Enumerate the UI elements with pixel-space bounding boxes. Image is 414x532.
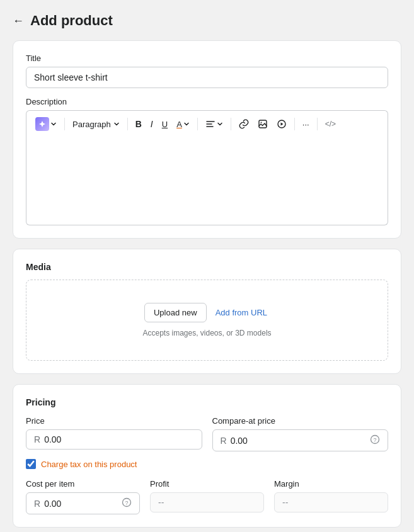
price-col: Price R [26, 416, 202, 451]
code-button[interactable]: </> [321, 117, 340, 131]
compare-at-price-col: Compare-at price R ? [212, 416, 389, 451]
video-button[interactable] [273, 116, 290, 132]
ai-icon [35, 117, 49, 131]
link-icon [239, 119, 249, 129]
align-chevron-icon [217, 121, 223, 127]
font-color-icon: A [176, 120, 182, 129]
price-input-wrap: R [26, 429, 202, 450]
toolbar-divider-5 [294, 118, 295, 130]
cost-currency: R [34, 499, 40, 509]
product-details-card: Title Description Paragraph B [13, 40, 401, 239]
cost-per-item-col: Cost per item R ? [26, 479, 140, 514]
ai-chevron-icon [50, 121, 57, 127]
compare-price-input-wrap: R ? [212, 429, 389, 451]
paragraph-label: Paragraph [72, 120, 111, 129]
page-title: Add product [30, 13, 113, 29]
link-button[interactable] [235, 116, 253, 132]
toolbar-divider-3 [197, 118, 198, 130]
svg-text:?: ? [125, 500, 128, 506]
cost-help-icon: ? [122, 497, 132, 509]
code-icon: </> [325, 120, 336, 128]
price-compare-row: Price R Compare-at price R ? [26, 416, 388, 451]
more-icon: ··· [302, 120, 309, 129]
bold-icon: B [135, 119, 142, 129]
italic-icon: I [151, 119, 153, 129]
paragraph-chevron-icon [113, 121, 120, 127]
margin-col: Margin [274, 479, 388, 514]
upload-new-button[interactable]: Upload new [144, 303, 207, 322]
description-editor[interactable] [26, 137, 388, 225]
bold-button[interactable]: B [132, 116, 146, 132]
upload-buttons: Upload new Add from URL [144, 303, 270, 322]
charge-tax-row: Charge tax on this product [26, 459, 388, 469]
svg-point-1 [260, 122, 262, 123]
profit-input [158, 497, 256, 507]
margin-input-wrap [274, 492, 388, 512]
compare-help-icon: ? [370, 434, 380, 446]
profit-label: Profit [150, 479, 264, 489]
compare-currency: R [221, 436, 227, 446]
upload-zone: Upload new Add from URL Accepts images, … [26, 280, 388, 361]
italic-button[interactable]: I [147, 116, 157, 132]
profit-input-wrap [150, 492, 264, 512]
more-options-button[interactable]: ··· [299, 117, 313, 132]
align-icon [205, 119, 216, 129]
profit-col: Profit [150, 479, 264, 514]
price-label: Price [26, 416, 202, 426]
back-button[interactable]: ← [13, 14, 24, 28]
video-icon [277, 119, 287, 129]
compare-at-price-input[interactable] [231, 436, 366, 446]
pricing-label: Pricing [26, 397, 388, 407]
editor-toolbar: Paragraph B I U A [26, 110, 388, 137]
price-input[interactable] [44, 434, 193, 444]
cost-profit-margin-row: Cost per item R ? Profit Margin [26, 479, 388, 514]
add-from-url-button[interactable]: Add from URL [213, 303, 270, 322]
charge-tax-checkbox[interactable] [26, 459, 36, 469]
upload-hint: Accepts images, videos, or 3D models [142, 329, 271, 337]
cost-per-item-input[interactable] [44, 499, 118, 509]
image-insert-button[interactable] [254, 116, 272, 132]
pricing-card: Pricing Price R Compare-at price R ? [13, 384, 401, 528]
toolbar-divider-4 [231, 118, 231, 130]
title-input[interactable] [26, 67, 388, 88]
font-color-chevron-icon [183, 121, 190, 127]
description-label: Description [26, 97, 388, 106]
ai-toolbar-button[interactable] [32, 115, 60, 133]
media-label: Media [26, 262, 388, 272]
align-button[interactable] [202, 116, 227, 132]
image-icon [258, 119, 268, 129]
underline-button[interactable]: U [158, 117, 171, 132]
toolbar-divider-1 [64, 118, 65, 130]
compare-at-price-label: Compare-at price [212, 416, 389, 426]
toolbar-divider-2 [127, 118, 128, 130]
margin-input [282, 497, 380, 507]
margin-label: Margin [274, 479, 388, 489]
charge-tax-label[interactable]: Charge tax on this product [41, 460, 137, 469]
cost-input-wrap: R ? [26, 492, 140, 514]
cost-per-item-label: Cost per item [26, 479, 140, 489]
price-currency: R [34, 434, 40, 444]
underline-icon: U [162, 120, 168, 129]
title-label: Title [26, 54, 388, 63]
paragraph-dropdown[interactable]: Paragraph [69, 117, 124, 132]
page-header: ← Add product [13, 13, 401, 29]
media-card: Media Upload new Add from URL Accepts im… [13, 249, 401, 374]
font-color-button[interactable]: A [173, 117, 193, 132]
toolbar-divider-6 [317, 118, 318, 130]
svg-text:?: ? [373, 437, 376, 443]
